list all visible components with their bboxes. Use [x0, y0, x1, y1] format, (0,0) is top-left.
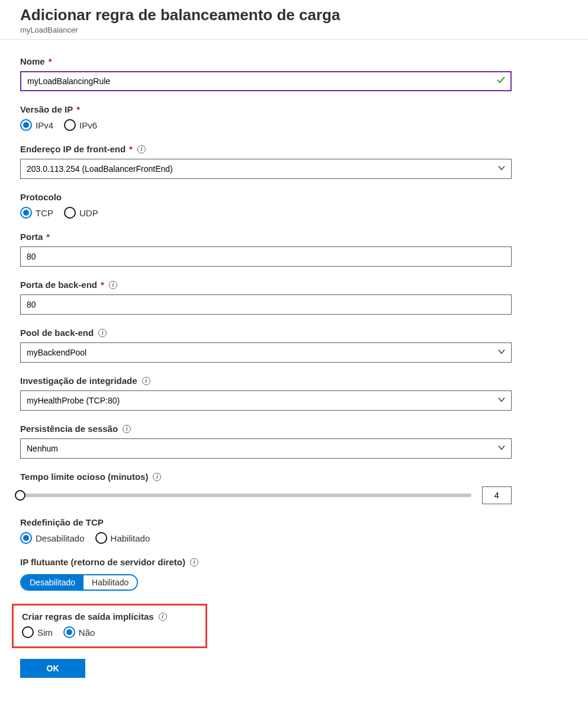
idle-timeout-value[interactable]: [482, 486, 512, 504]
backend-port-input[interactable]: [20, 294, 512, 315]
divider: [0, 39, 588, 40]
ip-version-ipv6[interactable]: IPv6: [64, 119, 97, 131]
backend-port-label: Porta de back-end* i: [20, 280, 568, 290]
required-star: *: [129, 144, 133, 154]
radio-icon: [20, 532, 32, 544]
health-probe-select[interactable]: [20, 390, 512, 411]
info-icon[interactable]: i: [159, 613, 167, 621]
floating-ip-enabled[interactable]: Habilitado: [83, 575, 137, 590]
page-title: Adicionar regra de balanceamento de carg…: [20, 6, 568, 24]
floating-ip-label: IP flutuante (retorno de servidor direto…: [20, 557, 568, 567]
required-star: *: [76, 104, 80, 114]
health-probe-label: Investigação de integridade i: [20, 376, 568, 386]
port-label: Porta*: [20, 232, 568, 242]
tcp-reset-disabled[interactable]: Desabilitado: [20, 532, 85, 544]
floating-ip-toggle[interactable]: Desabilitado Habilitado: [20, 574, 138, 591]
implicit-outbound-no[interactable]: Não: [63, 626, 95, 638]
info-icon[interactable]: i: [153, 473, 161, 481]
port-input[interactable]: [20, 246, 512, 267]
info-icon[interactable]: i: [190, 558, 198, 566]
session-persistence-label: Persistência de sessão i: [20, 424, 568, 434]
radio-icon: [20, 119, 32, 131]
info-icon[interactable]: i: [109, 281, 117, 289]
info-icon[interactable]: i: [142, 377, 150, 385]
frontend-ip-select[interactable]: [20, 159, 512, 179]
name-input[interactable]: [20, 71, 512, 91]
protocol-label: Protocolo: [20, 192, 568, 202]
slider-thumb-icon[interactable]: [15, 490, 25, 501]
check-icon: [496, 75, 506, 87]
tcp-reset-enabled[interactable]: Habilitado: [95, 532, 150, 544]
required-star: *: [49, 56, 52, 66]
radio-icon: [20, 207, 32, 219]
backend-pool-select[interactable]: [20, 342, 512, 363]
idle-timeout-label: Tempo limite ocioso (minutos) i: [20, 472, 568, 482]
page-subtitle: myLoadBalancer: [20, 25, 568, 34]
implicit-outbound-highlight: Criar regras de saída implícitas i Sim N…: [12, 604, 207, 648]
implicit-outbound-yes[interactable]: Sim: [22, 626, 53, 638]
ok-button[interactable]: OK: [20, 659, 85, 678]
info-icon[interactable]: i: [137, 145, 146, 153]
floating-ip-disabled[interactable]: Desabilitado: [21, 575, 83, 590]
info-icon[interactable]: i: [123, 425, 131, 433]
radio-icon: [95, 532, 107, 544]
name-label: Nome*: [20, 56, 568, 66]
idle-timeout-slider[interactable]: [20, 494, 471, 497]
info-icon[interactable]: i: [98, 329, 107, 337]
required-star: *: [101, 280, 104, 290]
ip-version-ipv4[interactable]: IPv4: [20, 119, 53, 131]
backend-pool-label: Pool de back-end i: [20, 328, 568, 338]
implicit-outbound-label: Criar regras de saída implícitas i: [22, 611, 197, 622]
required-star: *: [46, 232, 50, 242]
radio-icon: [64, 207, 76, 219]
protocol-tcp[interactable]: TCP: [20, 207, 53, 219]
radio-icon: [64, 119, 76, 131]
frontend-ip-label: Endereço IP de front-end* i: [20, 144, 568, 154]
session-persistence-select[interactable]: [20, 438, 512, 459]
tcp-reset-label: Redefinição de TCP: [20, 517, 568, 527]
protocol-udp[interactable]: UDP: [64, 207, 98, 219]
radio-icon: [22, 626, 34, 638]
ip-version-label: Versão de IP*: [20, 104, 568, 114]
radio-icon: [63, 626, 75, 638]
